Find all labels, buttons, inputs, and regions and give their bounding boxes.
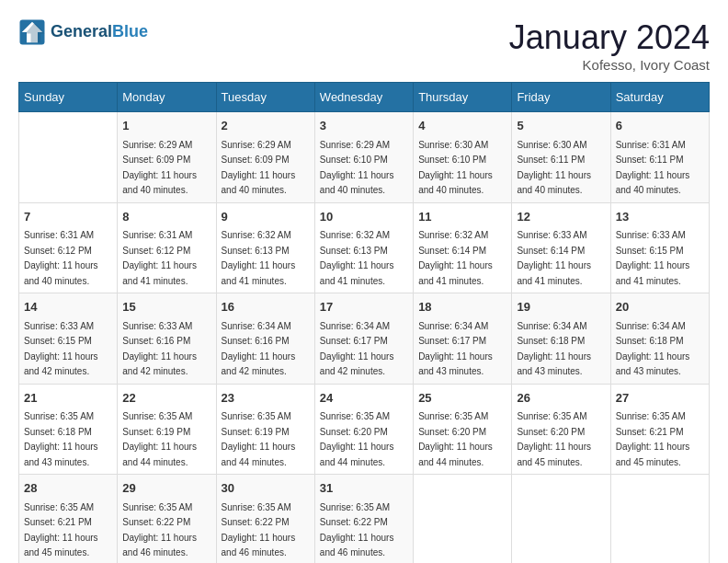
calendar-cell: 5 Sunrise: 6:30 AMSunset: 6:11 PMDayligh… (512, 112, 610, 203)
calendar-week-1: 1 Sunrise: 6:29 AMSunset: 6:09 PMDayligh… (19, 112, 710, 203)
day-info: Sunrise: 6:33 AMSunset: 6:16 PMDaylight:… (122, 321, 197, 377)
day-number: 31 (320, 479, 408, 498)
calendar-cell: 23 Sunrise: 6:35 AMSunset: 6:19 PMDaylig… (216, 384, 314, 475)
day-number: 26 (517, 389, 605, 408)
calendar-cell: 8 Sunrise: 6:31 AMSunset: 6:12 PMDayligh… (118, 202, 216, 293)
day-number: 12 (517, 208, 605, 226)
title-block: January 2024 Kofesso, Ivory Coast (509, 18, 710, 73)
col-friday: Friday (512, 83, 610, 112)
calendar-cell: 1 Sunrise: 6:29 AMSunset: 6:09 PMDayligh… (118, 112, 216, 203)
month-title: January 2024 (509, 18, 710, 57)
calendar-cell (414, 475, 512, 564)
day-number: 17 (320, 298, 408, 316)
day-info: Sunrise: 6:34 AMSunset: 6:18 PMDaylight:… (517, 321, 591, 377)
day-number: 8 (122, 208, 210, 226)
day-number: 7 (24, 208, 112, 226)
day-info: Sunrise: 6:35 AMSunset: 6:20 PMDaylight:… (517, 411, 591, 467)
day-info: Sunrise: 6:31 AMSunset: 6:12 PMDaylight:… (122, 230, 197, 286)
day-info: Sunrise: 6:35 AMSunset: 6:22 PMDaylight:… (122, 502, 197, 558)
calendar-week-4: 21 Sunrise: 6:35 AMSunset: 6:18 PMDaylig… (19, 384, 710, 475)
calendar-cell (610, 475, 709, 564)
logo-text: GeneralBlue (51, 22, 148, 42)
calendar-header: Sunday Monday Tuesday Wednesday Thursday… (19, 83, 710, 112)
calendar-cell: 2 Sunrise: 6:29 AMSunset: 6:09 PMDayligh… (216, 112, 314, 203)
col-thursday: Thursday (414, 83, 512, 112)
day-number: 29 (122, 479, 210, 498)
day-number: 22 (122, 389, 210, 408)
day-info: Sunrise: 6:34 AMSunset: 6:16 PMDaylight:… (222, 321, 296, 377)
day-info: Sunrise: 6:34 AMSunset: 6:17 PMDaylight:… (418, 321, 493, 377)
day-info: Sunrise: 6:35 AMSunset: 6:20 PMDaylight:… (320, 411, 394, 467)
day-number: 4 (418, 117, 506, 135)
day-info: Sunrise: 6:33 AMSunset: 6:15 PMDaylight:… (616, 230, 690, 286)
day-number: 25 (418, 389, 506, 408)
calendar-cell: 17 Sunrise: 6:34 AMSunset: 6:17 PMDaylig… (314, 293, 413, 385)
day-info: Sunrise: 6:35 AMSunset: 6:22 PMDaylight:… (222, 502, 296, 558)
col-sunday: Sunday (19, 83, 118, 112)
calendar-cell: 7 Sunrise: 6:31 AMSunset: 6:12 PMDayligh… (19, 202, 118, 293)
day-number: 23 (222, 389, 310, 408)
day-number: 13 (616, 208, 704, 226)
col-saturday: Saturday (610, 83, 709, 112)
header-row: Sunday Monday Tuesday Wednesday Thursday… (19, 83, 710, 112)
day-number: 30 (222, 479, 310, 498)
day-info: Sunrise: 6:32 AMSunset: 6:14 PMDaylight:… (418, 230, 493, 286)
day-number: 2 (222, 117, 310, 135)
day-info: Sunrise: 6:31 AMSunset: 6:12 PMDaylight:… (24, 230, 98, 286)
calendar-cell: 9 Sunrise: 6:32 AMSunset: 6:13 PMDayligh… (216, 202, 314, 293)
day-info: Sunrise: 6:35 AMSunset: 6:19 PMDaylight:… (222, 411, 296, 467)
calendar-cell: 11 Sunrise: 6:32 AMSunset: 6:14 PMDaylig… (414, 202, 512, 293)
day-number: 11 (418, 208, 506, 226)
logo: GeneralBlue (18, 18, 148, 46)
calendar-cell: 15 Sunrise: 6:33 AMSunset: 6:16 PMDaylig… (118, 293, 216, 385)
day-number: 28 (24, 479, 112, 498)
calendar-cell: 14 Sunrise: 6:33 AMSunset: 6:15 PMDaylig… (19, 293, 118, 385)
day-info: Sunrise: 6:35 AMSunset: 6:21 PMDaylight:… (24, 502, 98, 558)
day-number: 5 (517, 117, 605, 135)
calendar-cell (19, 112, 118, 203)
logo-general: General (51, 22, 112, 40)
calendar-cell: 27 Sunrise: 6:35 AMSunset: 6:21 PMDaylig… (610, 384, 709, 475)
day-info: Sunrise: 6:34 AMSunset: 6:18 PMDaylight:… (616, 321, 690, 377)
calendar-cell: 24 Sunrise: 6:35 AMSunset: 6:20 PMDaylig… (314, 384, 413, 475)
day-number: 18 (418, 298, 506, 316)
calendar-cell: 31 Sunrise: 6:35 AMSunset: 6:22 PMDaylig… (314, 475, 413, 564)
calendar-cell (512, 475, 610, 564)
day-info: Sunrise: 6:35 AMSunset: 6:19 PMDaylight:… (122, 411, 197, 467)
calendar-cell: 21 Sunrise: 6:35 AMSunset: 6:18 PMDaylig… (19, 384, 118, 475)
calendar-cell: 20 Sunrise: 6:34 AMSunset: 6:18 PMDaylig… (610, 293, 709, 385)
day-info: Sunrise: 6:30 AMSunset: 6:10 PMDaylight:… (418, 140, 493, 196)
logo-blue: Blue (112, 22, 148, 40)
day-number: 14 (24, 298, 112, 316)
day-number: 27 (616, 389, 704, 408)
col-monday: Monday (118, 83, 216, 112)
day-number: 10 (320, 208, 408, 226)
day-info: Sunrise: 6:29 AMSunset: 6:09 PMDaylight:… (122, 140, 197, 196)
day-number: 6 (616, 117, 704, 135)
day-number: 16 (222, 298, 310, 316)
calendar-cell: 16 Sunrise: 6:34 AMSunset: 6:16 PMDaylig… (216, 293, 314, 385)
col-wednesday: Wednesday (314, 83, 413, 112)
calendar-cell: 22 Sunrise: 6:35 AMSunset: 6:19 PMDaylig… (118, 384, 216, 475)
calendar-cell: 6 Sunrise: 6:31 AMSunset: 6:11 PMDayligh… (610, 112, 709, 203)
day-info: Sunrise: 6:33 AMSunset: 6:15 PMDaylight:… (24, 321, 98, 377)
day-info: Sunrise: 6:31 AMSunset: 6:11 PMDaylight:… (616, 140, 690, 196)
location: Kofesso, Ivory Coast (509, 57, 710, 73)
page-header: GeneralBlue January 2024 Kofesso, Ivory … (18, 18, 710, 73)
day-info: Sunrise: 6:32 AMSunset: 6:13 PMDaylight:… (320, 230, 394, 286)
calendar-cell: 25 Sunrise: 6:35 AMSunset: 6:20 PMDaylig… (414, 384, 512, 475)
day-info: Sunrise: 6:29 AMSunset: 6:10 PMDaylight:… (320, 140, 394, 196)
day-info: Sunrise: 6:35 AMSunset: 6:22 PMDaylight:… (320, 502, 394, 558)
day-info: Sunrise: 6:32 AMSunset: 6:13 PMDaylight:… (222, 230, 296, 286)
calendar-cell: 18 Sunrise: 6:34 AMSunset: 6:17 PMDaylig… (414, 293, 512, 385)
day-info: Sunrise: 6:34 AMSunset: 6:17 PMDaylight:… (320, 321, 394, 377)
logo-icon (18, 18, 46, 46)
day-info: Sunrise: 6:30 AMSunset: 6:11 PMDaylight:… (517, 140, 591, 196)
day-number: 9 (222, 208, 310, 226)
calendar-cell: 29 Sunrise: 6:35 AMSunset: 6:22 PMDaylig… (118, 475, 216, 564)
day-info: Sunrise: 6:35 AMSunset: 6:20 PMDaylight:… (418, 411, 493, 467)
col-tuesday: Tuesday (216, 83, 314, 112)
calendar-cell: 26 Sunrise: 6:35 AMSunset: 6:20 PMDaylig… (512, 384, 610, 475)
day-number: 20 (616, 298, 704, 316)
day-info: Sunrise: 6:35 AMSunset: 6:18 PMDaylight:… (24, 411, 98, 467)
